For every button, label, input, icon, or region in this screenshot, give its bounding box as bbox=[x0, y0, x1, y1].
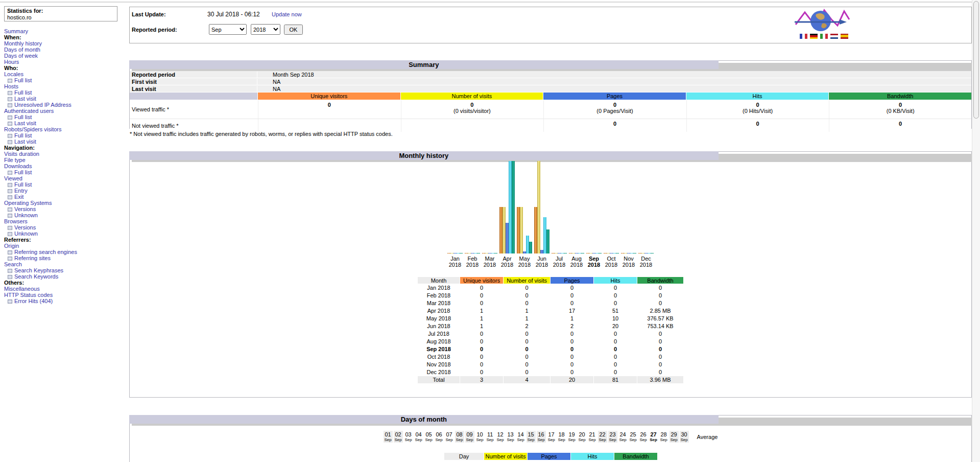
not-viewed-traffic-label: Not viewed traffic * bbox=[130, 119, 257, 132]
month-axis-label: Jul2018 bbox=[551, 256, 568, 268]
sidebar-link[interactable]: Error Hits (404) bbox=[14, 298, 53, 304]
sidebar-link[interactable]: Hours bbox=[4, 59, 19, 65]
day-number: 14 bbox=[516, 432, 525, 437]
day-number: 23 bbox=[608, 432, 617, 437]
sidebar-link[interactable]: File type bbox=[4, 157, 26, 163]
sidebar-link[interactable]: Search bbox=[4, 261, 22, 267]
flag-italy-icon[interactable] bbox=[820, 34, 828, 39]
monthly-cell: 0 bbox=[551, 353, 593, 360]
sidebar-link[interactable]: Full list bbox=[14, 181, 32, 188]
sidebar-link[interactable]: Origin bbox=[4, 243, 19, 249]
sidebar-link[interactable]: Full list bbox=[14, 169, 32, 175]
sidebar-link[interactable]: Browsers bbox=[4, 218, 28, 224]
flag-netherlands-icon[interactable] bbox=[830, 34, 838, 39]
monthly-cell: 0 bbox=[637, 345, 683, 353]
monthly-cell: May 2018 bbox=[418, 315, 460, 322]
list-icon bbox=[8, 134, 12, 138]
sidebar-link[interactable]: Locales bbox=[4, 71, 23, 77]
monthly-cell: 0 bbox=[460, 330, 503, 337]
day-month: Sep bbox=[424, 437, 434, 442]
sidebar-link[interactable]: Versions bbox=[14, 206, 36, 212]
sidebar-link[interactable]: Search Keyphrases bbox=[14, 267, 63, 273]
sidebar-link[interactable]: Last visit bbox=[14, 96, 36, 102]
sidebar-item-full-list: Full list bbox=[4, 169, 124, 175]
sidebar-link[interactable]: Entry bbox=[14, 188, 28, 194]
sidebar-nav: SummaryWhen:Monthly historyDays of month… bbox=[4, 28, 124, 304]
month-name: May bbox=[516, 256, 533, 262]
sidebar-item-unknown: Unknown bbox=[4, 212, 124, 218]
day-number: 11 bbox=[486, 432, 495, 437]
sidebar-link[interactable]: Visits duration bbox=[4, 151, 39, 157]
day-month: Sep bbox=[537, 437, 546, 442]
sidebar-section-header: Navigation: bbox=[4, 145, 124, 151]
sidebar-link[interactable]: Full list bbox=[14, 89, 32, 96]
sidebar-item-error-hits-404-: Error Hits (404) bbox=[4, 298, 124, 304]
not-viewed-main-value: 0 bbox=[687, 121, 829, 127]
sidebar-link[interactable]: Referring search engines bbox=[14, 249, 77, 255]
month-axis-label: Dec2018 bbox=[637, 256, 655, 268]
sidebar-item-viewed: Viewed bbox=[4, 175, 124, 181]
sidebar-link[interactable]: Days of month bbox=[4, 47, 40, 53]
sidebar-link[interactable]: Referring sites bbox=[14, 255, 51, 261]
list-icon bbox=[8, 189, 12, 193]
day-month: Sep bbox=[445, 437, 454, 442]
sidebar-item-last-visit: Last visit bbox=[4, 96, 124, 102]
month-name: Nov bbox=[620, 256, 637, 262]
month-name: Aug bbox=[568, 256, 585, 262]
list-icon bbox=[8, 195, 12, 199]
flag-germany-icon[interactable] bbox=[810, 34, 818, 39]
sidebar-item-miscellaneous: Miscellaneous bbox=[4, 286, 124, 292]
ok-button[interactable]: OK bbox=[284, 25, 303, 35]
list-icon bbox=[8, 122, 12, 126]
day-cell-28: 28Sep bbox=[659, 431, 668, 443]
sidebar-link[interactable]: Full list bbox=[14, 77, 32, 83]
day-cell-21: 21Sep bbox=[588, 431, 597, 443]
not-viewed-main-value: 0 bbox=[829, 121, 971, 127]
summary-info-value: NA bbox=[257, 86, 971, 92]
update-now-link[interactable]: Update now bbox=[272, 11, 302, 17]
vertical-scrollbar[interactable] bbox=[972, 0, 980, 462]
sidebar-link[interactable]: Days of week bbox=[4, 53, 38, 59]
sidebar-link[interactable]: Downloads bbox=[4, 163, 32, 169]
day-cell-01: 01Sep bbox=[384, 431, 393, 443]
day-cell-22: 22Sep bbox=[598, 431, 607, 443]
day-cell-07: 07Sep bbox=[445, 431, 454, 443]
flag-spain-icon[interactable] bbox=[841, 34, 848, 39]
day-number: 01 bbox=[384, 432, 393, 437]
flag-france-icon[interactable] bbox=[800, 34, 807, 39]
sidebar-link[interactable]: Hosts bbox=[4, 83, 18, 89]
sidebar-item-file-type: File type bbox=[4, 157, 124, 163]
monthly-total-cell: 3 bbox=[460, 376, 503, 383]
sidebar-link[interactable]: Authenticated users bbox=[4, 108, 54, 114]
sidebar-link[interactable]: Last visit bbox=[14, 138, 36, 145]
sidebar-link[interactable]: Unknown bbox=[14, 212, 38, 218]
sidebar-item-exit: Exit bbox=[4, 194, 124, 200]
sidebar-link[interactable]: Robots/Spiders visitors bbox=[4, 126, 62, 132]
sidebar-link[interactable]: Full list bbox=[14, 132, 32, 138]
sidebar-link[interactable]: Summary bbox=[4, 28, 28, 34]
sidebar-item-origin: Origin bbox=[4, 243, 124, 249]
sidebar-item-days-of-month: Days of month bbox=[4, 47, 124, 53]
sidebar-link[interactable]: Versions bbox=[14, 224, 36, 230]
year-select[interactable]: 2018 bbox=[251, 24, 280, 35]
sidebar-link[interactable]: Operating Systems bbox=[4, 200, 52, 206]
days-table-header: DayNumber of visitsPagesHitsBandwidth bbox=[130, 453, 971, 460]
sidebar-link[interactable]: Last visit bbox=[14, 120, 36, 126]
scrollbar-thumb[interactable] bbox=[973, 1, 979, 119]
month-select[interactable]: Sep bbox=[209, 24, 247, 35]
sidebar-link[interactable]: Unknown bbox=[14, 230, 38, 237]
sidebar-link[interactable]: Unresolved IP Address bbox=[14, 102, 71, 108]
sidebar-link[interactable]: Miscellaneous bbox=[4, 286, 40, 292]
monthly-cell: 17 bbox=[551, 307, 593, 314]
sidebar-link[interactable]: Viewed bbox=[4, 175, 22, 181]
sidebar-link[interactable]: Exit bbox=[14, 194, 23, 200]
sidebar-item-full-list: Full list bbox=[4, 114, 124, 120]
month-bar-group bbox=[586, 253, 602, 253]
monthly-cell: 0 bbox=[460, 299, 503, 307]
sidebar-link[interactable]: Full list bbox=[14, 114, 32, 120]
sidebar-link[interactable]: Monthly history bbox=[4, 40, 42, 47]
day-number: 16 bbox=[537, 432, 546, 437]
month-axis-label: Feb2018 bbox=[464, 256, 481, 268]
sidebar-link[interactable]: Search Keywords bbox=[14, 273, 58, 280]
sidebar-link[interactable]: HTTP Status codes bbox=[4, 292, 53, 298]
